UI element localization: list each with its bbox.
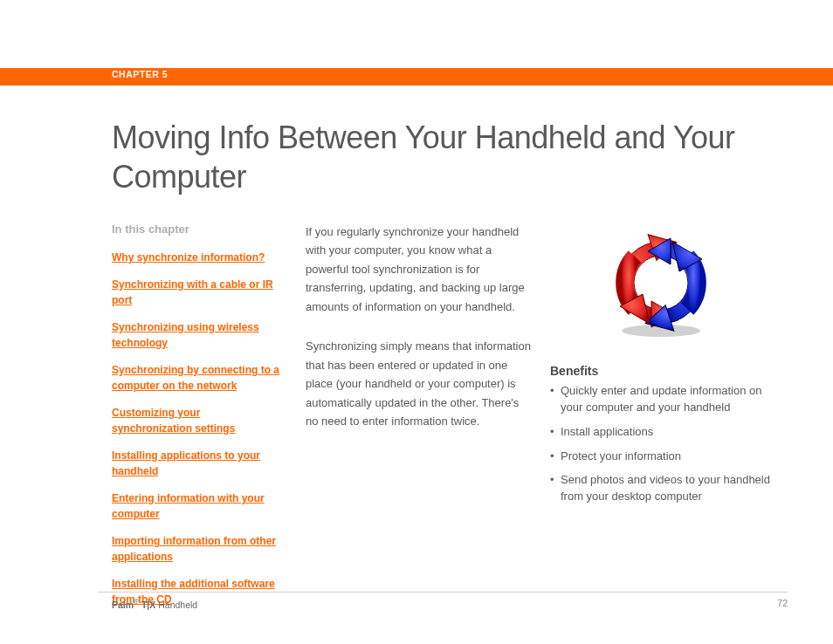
benefits-heading: Benefits [550, 364, 772, 378]
toc-link-wireless[interactable]: Synchronizing using wireless technology [112, 319, 279, 351]
benefit-item: Install applications [550, 424, 772, 441]
toc-link-installing-apps[interactable]: Installing applications to your handheld [112, 448, 279, 479]
benefit-item: Quickly enter and update information on … [550, 383, 772, 416]
toc-heading: In this chapter [112, 223, 279, 236]
page-number: 72 [777, 598, 788, 610]
footer: Palm® T|X Handheld 72 [98, 592, 788, 610]
content-area: In this chapter Why synchronize informat… [112, 223, 772, 619]
chapter-header-bar: CHAPTER 5 [0, 68, 833, 86]
product-model: T|X [139, 599, 155, 609]
right-column: Benefits Quickly enter and update inform… [550, 223, 772, 619]
footer-product: Palm® T|X Handheld [98, 598, 197, 610]
body-column: If you regularly synchronize your handhe… [306, 223, 550, 619]
benefit-item: Send photos and videos to your handheld … [550, 472, 772, 505]
page-title: Moving Info Between Your Handheld and Yo… [112, 118, 833, 196]
product-brand: Palm [112, 599, 134, 609]
toc-link-entering-info[interactable]: Entering information with your computer [112, 490, 279, 522]
toc-link-why-synchronize[interactable]: Why synchronize information? [112, 250, 279, 265]
toc-link-importing[interactable]: Importing information from other applica… [112, 533, 279, 565]
benefits-list: Quickly enter and update information on … [550, 383, 772, 505]
sync-icon [550, 223, 772, 339]
toc-link-customizing[interactable]: Customizing your synchronization setting… [112, 405, 279, 436]
toc-column: In this chapter Why synchronize informat… [112, 223, 306, 619]
product-suffix: Handheld [155, 599, 197, 609]
toc-link-cable-ir[interactable]: Synchronizing with a cable or IR port [112, 277, 279, 308]
toc-link-network[interactable]: Synchronizing by connecting to a compute… [112, 362, 279, 394]
chapter-label: CHAPTER 5 [112, 69, 168, 79]
body-para-1: If you regularly synchronize your handhe… [306, 223, 533, 316]
body-para-2: Synchronizing simply means that informat… [306, 337, 533, 430]
benefit-item: Protect your information [550, 449, 772, 465]
